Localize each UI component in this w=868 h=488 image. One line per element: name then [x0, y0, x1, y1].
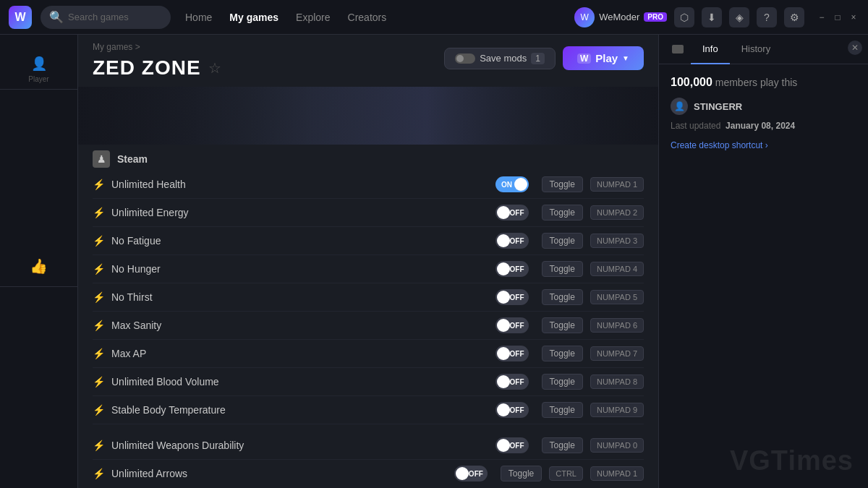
- bolt-icon: ⚡: [93, 207, 104, 218]
- toggle-hotkey-button[interactable]: Toggle: [501, 466, 542, 481]
- save-mods-label: Save mods: [480, 53, 527, 64]
- hotkey-badge: NUMPAD 9: [590, 403, 644, 417]
- hotkey-badge: NUMPAD 8: [590, 374, 644, 389]
- mod-toggle-unlimited-energy[interactable]: OFF: [495, 205, 529, 221]
- mod-toggle-no-hunger[interactable]: OFF: [495, 261, 529, 277]
- search-input[interactable]: [68, 12, 162, 22]
- mod-row-no-thirst: ⚡ No Thirst OFF Toggle NUMPAD 5: [93, 283, 644, 312]
- game-header: My games > ZED ZONE ☆ Save mods 1 W Play…: [78, 35, 658, 87]
- inventory-icon[interactable]: ⬡: [674, 7, 694, 27]
- toggle-label: OFF: [510, 209, 524, 217]
- avatar: W: [574, 7, 595, 27]
- save-mods-button[interactable]: Save mods 1: [444, 48, 556, 69]
- close-sidebar-button[interactable]: ✕: [848, 40, 862, 55]
- tab-history[interactable]: History: [730, 35, 782, 64]
- toggle-label: OFF: [510, 378, 524, 386]
- thumbs-up-icon[interactable]: 👍: [25, 252, 54, 281]
- platform-name: Steam: [117, 153, 148, 165]
- platform-row: ♟ Steam: [78, 150, 658, 168]
- toggle-hotkey-button[interactable]: Toggle: [542, 233, 583, 249]
- toggle-thumb: [514, 178, 527, 191]
- mod-name: Unlimited Weapons Durability: [111, 440, 488, 451]
- hotkey-badge: NUMPAD 3: [590, 234, 644, 248]
- hotkey-badge: NUMPAD 4: [590, 262, 644, 276]
- bolt-icon: ⚡: [93, 320, 104, 331]
- hotkey-badge-ctrl: CTRL: [549, 466, 583, 481]
- toggle-hotkey-button[interactable]: Toggle: [542, 176, 583, 192]
- mod-row-unlimited-weapons: ⚡ Unlimited Weapons Durability OFF Toggl…: [93, 432, 644, 460]
- mod-toggle-unlimited-blood[interactable]: OFF: [495, 374, 529, 390]
- toggle-thumb: [497, 375, 510, 388]
- minimize-button[interactable]: −: [816, 12, 827, 23]
- mod-row-max-ap: ⚡ Max AP OFF Toggle NUMPAD 7: [93, 340, 644, 368]
- game-title: ZED ZONE: [93, 56, 201, 80]
- toggle-hotkey-button[interactable]: Toggle: [542, 289, 583, 305]
- hotkey-badge: NUMPAD 0: [590, 438, 644, 453]
- mod-row-unlimited-blood: ⚡ Unlimited Blood Volume OFF Toggle NUMP…: [93, 368, 644, 396]
- mod-toggle-no-fatigue[interactable]: OFF: [495, 233, 529, 249]
- main-layout: 👤 Player 👍 My games > ZED ZONE ☆ Save mo…: [0, 35, 868, 488]
- mods-list: ⚡ Unlimited Health ON Toggle NUMPAD 1 ⚡ …: [78, 171, 658, 488]
- play-dropdown-icon[interactable]: ▼: [622, 54, 629, 62]
- hotkey-badge-numpad1: NUMPAD 1: [590, 466, 644, 481]
- mod-name: Unlimited Health: [111, 179, 488, 190]
- help-icon[interactable]: ?: [757, 7, 777, 27]
- toggle-hotkey-button[interactable]: Toggle: [542, 374, 583, 390]
- settings-icon[interactable]: ⚙: [784, 7, 804, 27]
- user-badge: W WeModer PRO: [574, 7, 667, 27]
- mod-toggle-max-sanity[interactable]: OFF: [495, 317, 529, 333]
- mod-name: Max Sanity: [111, 320, 488, 331]
- nav-my-games[interactable]: My games: [229, 12, 278, 23]
- bolt-icon: ⚡: [93, 376, 104, 388]
- create-shortcut-link[interactable]: Create desktop shortcut ›: [671, 140, 768, 150]
- members-label: members play this: [715, 77, 798, 88]
- mod-toggle-no-thirst[interactable]: OFF: [495, 289, 529, 305]
- top-nav: Home My games Explore Creators: [185, 12, 386, 23]
- pro-badge: PRO: [644, 12, 667, 22]
- hotkey-badge: NUMPAD 6: [590, 318, 644, 333]
- members-count: 100,000 members play this: [671, 76, 856, 89]
- bolt-icon: ⚡: [93, 468, 104, 479]
- toggle-label: OFF: [510, 265, 524, 273]
- hotkey-badge: NUMPAD 7: [590, 346, 644, 361]
- mod-toggle-unlimited-weapons[interactable]: OFF: [495, 437, 529, 453]
- nav-home[interactable]: Home: [185, 12, 212, 23]
- mod-name: Stable Body Temperature: [111, 404, 488, 416]
- tab-info[interactable]: Info: [691, 35, 730, 64]
- mod-name: Unlimited Energy: [111, 207, 488, 218]
- player-icon[interactable]: 👤: [25, 49, 54, 78]
- mod-toggle-max-ap[interactable]: OFF: [495, 346, 529, 361]
- mod-toggle-stable-body-temp[interactable]: OFF: [495, 402, 529, 418]
- game-bg-overlay: [78, 87, 658, 145]
- discord-icon[interactable]: ◈: [729, 7, 749, 27]
- bolt-icon: ⚡: [93, 291, 104, 303]
- toggle-hotkey-button[interactable]: Toggle: [542, 261, 583, 277]
- player-label: Player: [28, 75, 48, 83]
- toggle-label: OFF: [510, 322, 524, 330]
- toggle-thumb: [497, 206, 510, 219]
- mod-toggle-unlimited-arrows[interactable]: OFF: [454, 466, 488, 481]
- nav-creators[interactable]: Creators: [348, 12, 387, 23]
- favorite-icon[interactable]: ☆: [208, 59, 221, 77]
- close-button[interactable]: ×: [848, 12, 859, 23]
- downloads-icon[interactable]: ⬇: [702, 7, 722, 27]
- nav-explore[interactable]: Explore: [296, 12, 330, 23]
- mod-toggle-unlimited-health[interactable]: ON: [495, 176, 529, 192]
- toggle-hotkey-button[interactable]: Toggle: [542, 317, 583, 333]
- mod-name: Unlimited Blood Volume: [111, 376, 488, 388]
- topbar-right: W WeModer PRO ⬡ ⬇ ◈ ? ⚙ − □ ×: [574, 7, 859, 27]
- toggle-thumb: [497, 347, 510, 360]
- game-actions: Save mods 1 W Play ▼: [444, 46, 644, 70]
- toggle-hotkey-button[interactable]: Toggle: [542, 346, 583, 361]
- app-logo[interactable]: W: [9, 6, 32, 29]
- toggle-hotkey-button[interactable]: Toggle: [542, 402, 583, 418]
- save-mods-toggle[interactable]: [455, 53, 475, 64]
- toggle-hotkey-button[interactable]: Toggle: [542, 437, 583, 453]
- hotkey-badge: NUMPAD 5: [590, 290, 644, 304]
- author-name: STINGERR: [694, 101, 742, 112]
- maximize-button[interactable]: □: [832, 12, 843, 23]
- toggle-thumb: [497, 262, 510, 275]
- play-button[interactable]: W Play ▼: [563, 46, 644, 70]
- mod-row-unlimited-arrows: ⚡ Unlimited Arrows OFF Toggle CTRL NUMPA…: [93, 460, 644, 487]
- toggle-hotkey-button[interactable]: Toggle: [542, 205, 583, 221]
